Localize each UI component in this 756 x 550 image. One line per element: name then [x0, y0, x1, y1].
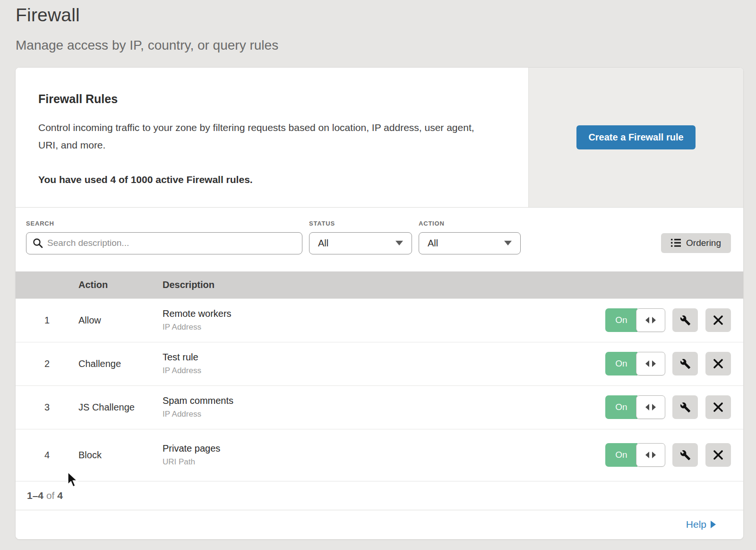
card-description: Control incoming traffic to your zone by…	[38, 119, 492, 154]
toggle-handle[interactable]	[636, 352, 665, 375]
rule-description: Test rule IP Address	[163, 352, 605, 375]
pagination-range: 1–4	[27, 490, 43, 501]
delete-rule-button[interactable]	[705, 352, 731, 375]
ordering-button-label: Ordering	[686, 238, 721, 248]
rule-enabled-toggle[interactable]: On	[605, 443, 665, 467]
chevron-down-icon	[395, 241, 403, 245]
status-filter-group: STATUS All	[302, 220, 412, 254]
wrench-icon	[680, 315, 691, 326]
rule-match-type: URI Path	[163, 457, 605, 467]
rule-action: Challenge	[78, 358, 163, 369]
create-firewall-rule-button[interactable]: Create a Firewall rule	[576, 125, 695, 149]
action-label: ACTION	[419, 220, 521, 227]
rule-action: JS Challenge	[78, 402, 163, 413]
search-icon	[33, 238, 43, 248]
toggle-on-label: On	[605, 308, 637, 332]
rule-controls: On	[605, 352, 743, 375]
rule-description: Spam comments IP Address	[163, 395, 605, 419]
toggle-handle[interactable]	[636, 395, 665, 419]
rule-controls: On	[605, 308, 743, 332]
table-row: 2 Challenge Test rule IP Address On	[16, 342, 743, 385]
firewall-rules-card: Firewall Rules Control incoming traffic …	[16, 68, 743, 208]
header-action-column: Action	[78, 279, 163, 290]
rule-action: Allow	[78, 315, 163, 326]
ordered-list-icon	[671, 239, 681, 247]
pagination-total: 4	[57, 490, 63, 501]
delete-rule-button[interactable]	[705, 395, 731, 419]
rule-priority: 1	[16, 315, 78, 326]
wrench-icon	[680, 358, 691, 369]
toggle-handle[interactable]	[636, 308, 665, 332]
delete-rule-button[interactable]	[705, 443, 731, 467]
page-header: Firewall Manage access by IP, country, o…	[0, 0, 756, 53]
rule-controls: On	[605, 395, 743, 419]
table-row: 3 JS Challenge Spam comments IP Address …	[16, 385, 743, 429]
pagination-of: of	[46, 490, 55, 501]
page-subtitle: Manage access by IP, country, or query r…	[16, 38, 756, 53]
action-select[interactable]: All	[419, 232, 521, 254]
status-select[interactable]: All	[309, 232, 412, 254]
rule-priority: 2	[16, 358, 78, 369]
toggle-on-label: On	[605, 352, 637, 375]
rule-description-title: Private pages	[163, 443, 605, 454]
rule-match-type: IP Address	[163, 410, 605, 419]
toggle-on-label: On	[605, 395, 637, 419]
search-filter-group: SEARCH	[26, 220, 302, 254]
rule-enabled-toggle[interactable]: On	[605, 308, 665, 332]
left-right-arrows-icon	[645, 317, 656, 323]
firewall-rules-card-text: Firewall Rules Control incoming traffic …	[16, 68, 528, 207]
card-title: Firewall Rules	[38, 92, 506, 106]
rules-usage-count: You have used 4 of 1000 active Firewall …	[38, 174, 506, 185]
ordering-button[interactable]: Ordering	[661, 233, 731, 253]
x-icon	[713, 315, 723, 325]
search-label: SEARCH	[26, 220, 302, 227]
rule-description: Remote workers IP Address	[163, 308, 605, 332]
wrench-icon	[680, 450, 691, 461]
table-row: 1 Allow Remote workers IP Address On	[16, 298, 743, 342]
status-label: STATUS	[309, 220, 412, 227]
rule-controls: On	[605, 443, 743, 467]
rule-description-title: Remote workers	[163, 308, 605, 319]
left-right-arrows-icon	[645, 360, 656, 367]
action-selected-value: All	[428, 238, 438, 249]
create-rule-panel: Create a Firewall rule	[528, 68, 743, 207]
delete-rule-button[interactable]	[705, 308, 731, 332]
edit-rule-button[interactable]	[672, 308, 698, 332]
table-header-row: Action Description	[16, 271, 743, 298]
status-selected-value: All	[318, 238, 328, 249]
search-field-wrap	[26, 232, 302, 254]
rule-priority: 3	[16, 402, 78, 413]
rule-match-type: IP Address	[163, 366, 605, 375]
pagination-status: 1–4 of 4	[16, 481, 743, 510]
left-right-arrows-icon	[645, 452, 656, 458]
panel-footer: Help	[16, 510, 743, 539]
rule-match-type: IP Address	[163, 323, 605, 332]
search-input[interactable]	[26, 232, 302, 254]
page-title: Firewall	[16, 5, 756, 26]
header-description-column: Description	[163, 279, 743, 290]
right-triangle-icon	[711, 521, 716, 528]
help-link-label: Help	[686, 519, 706, 530]
rule-description-title: Test rule	[163, 352, 605, 363]
rule-priority: 4	[16, 450, 78, 461]
edit-rule-button[interactable]	[672, 395, 698, 419]
firewall-rules-panel: Firewall Rules Control incoming traffic …	[16, 68, 743, 539]
table-row: 4 Block Private pages URI Path On	[16, 429, 743, 481]
x-icon	[713, 359, 723, 368]
filter-bar: SEARCH STATUS All ACTION All	[16, 208, 743, 271]
left-right-arrows-icon	[645, 404, 656, 410]
rule-enabled-toggle[interactable]: On	[605, 395, 665, 419]
rule-enabled-toggle[interactable]: On	[605, 352, 665, 375]
x-icon	[713, 450, 723, 460]
toggle-handle[interactable]	[636, 443, 665, 467]
rule-description: Private pages URI Path	[163, 443, 605, 467]
edit-rule-button[interactable]	[672, 443, 698, 467]
x-icon	[713, 402, 723, 412]
wrench-icon	[680, 402, 691, 413]
toggle-on-label: On	[605, 443, 637, 467]
edit-rule-button[interactable]	[672, 352, 698, 375]
help-link[interactable]: Help	[686, 519, 716, 530]
chevron-down-icon	[504, 241, 512, 245]
rule-action: Block	[78, 450, 163, 461]
rule-description-title: Spam comments	[163, 395, 605, 406]
